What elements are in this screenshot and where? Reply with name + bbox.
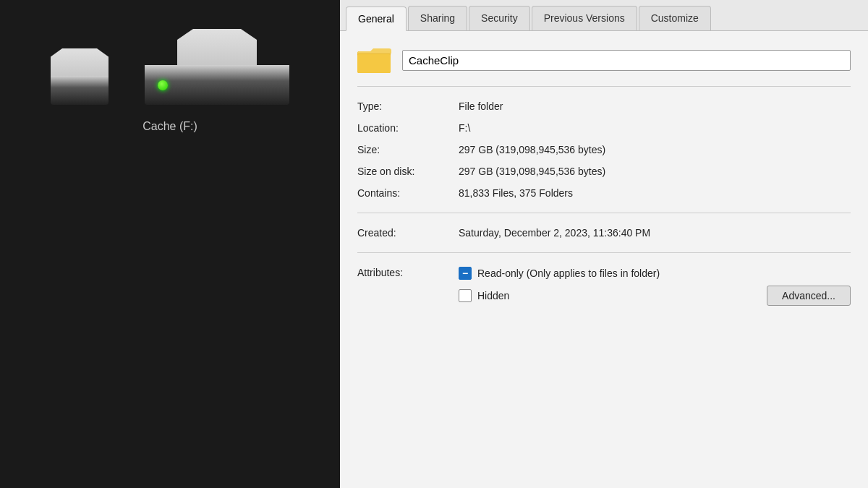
prop-size-label: Size: — [357, 144, 459, 155]
drive-icon-main[interactable] — [145, 29, 289, 105]
readonly-checkbox[interactable]: − — [459, 267, 472, 280]
readonly-label: Read-only (Only applies to files in fold… — [477, 267, 660, 279]
prop-type-value: File folder — [459, 100, 851, 112]
top-drives — [51, 29, 289, 105]
tab-general[interactable]: General — [346, 7, 407, 31]
prop-created-label: Created: — [357, 227, 459, 239]
prop-size-on-disk-label: Size on disk: — [357, 166, 459, 177]
drive-led — [158, 80, 168, 90]
divider-1 — [357, 86, 851, 87]
divider-2 — [357, 213, 851, 213]
tab-customize[interactable]: Customize — [639, 6, 711, 30]
folder-name-input[interactable] — [402, 50, 851, 71]
hidden-row: Hidden — [459, 289, 509, 302]
prop-size-on-disk-value: 297 GB (319,098,945,536 bytes) — [459, 166, 851, 177]
divider-3 — [357, 252, 851, 253]
drive-top — [177, 29, 257, 65]
prop-type: Type: File folder — [357, 95, 851, 117]
general-content: Type: File folder Location: F:\ Size: 29… — [340, 31, 868, 488]
svg-rect-2 — [357, 54, 391, 73]
prop-type-label: Type: — [357, 100, 459, 112]
tab-previous-versions[interactable]: Previous Versions — [532, 6, 637, 30]
tab-bar: General Sharing Security Previous Versio… — [340, 0, 868, 31]
attributes-label: Attributes: — [357, 267, 459, 278]
advanced-button[interactable]: Advanced... — [767, 286, 851, 306]
hidden-label: Hidden — [477, 290, 509, 301]
drive-body-small — [51, 76, 109, 105]
prop-created: Created: Saturday, December 2, 2023, 11:… — [357, 222, 851, 244]
tab-security[interactable]: Security — [469, 6, 530, 30]
tab-sharing[interactable]: Sharing — [408, 6, 467, 30]
folder-name-row — [357, 46, 851, 74]
drives-area: Cache (F:) — [51, 29, 289, 133]
prop-size: Size: 297 GB (319,098,945,536 bytes) — [357, 139, 851, 160]
prop-created-value: Saturday, December 2, 2023, 11:36:40 PM — [459, 227, 851, 239]
prop-size-on-disk: Size on disk: 297 GB (319,098,945,536 by… — [357, 160, 851, 182]
minus-icon: − — [462, 268, 468, 278]
hidden-checkbox[interactable] — [459, 289, 472, 302]
drive-icon-small-left — [51, 48, 109, 105]
drive-top-small — [51, 48, 109, 76]
folder-icon — [357, 46, 392, 74]
drive-label: Cache (F:) — [142, 120, 197, 133]
prop-location-value: F:\ — [459, 122, 851, 134]
right-panel: General Sharing Security Previous Versio… — [340, 0, 868, 488]
prop-location-label: Location: — [357, 122, 459, 134]
left-panel: Cache (F:) — [0, 0, 340, 488]
prop-location: Location: F:\ — [357, 117, 851, 139]
attr-controls: − Read-only (Only applies to files in fo… — [459, 267, 851, 306]
prop-contains-value: 81,833 Files, 375 Folders — [459, 187, 851, 199]
readonly-row: − Read-only (Only applies to files in fo… — [459, 267, 851, 280]
hidden-and-advanced: Hidden Advanced... — [459, 286, 851, 306]
prop-contains-label: Contains: — [357, 187, 459, 199]
prop-size-value: 297 GB (319,098,945,536 bytes) — [459, 144, 851, 155]
drive-body — [145, 65, 289, 105]
attr-row: Attributes: − Read-only (Only applies to… — [357, 262, 851, 311]
prop-contains: Contains: 81,833 Files, 375 Folders — [357, 182, 851, 204]
